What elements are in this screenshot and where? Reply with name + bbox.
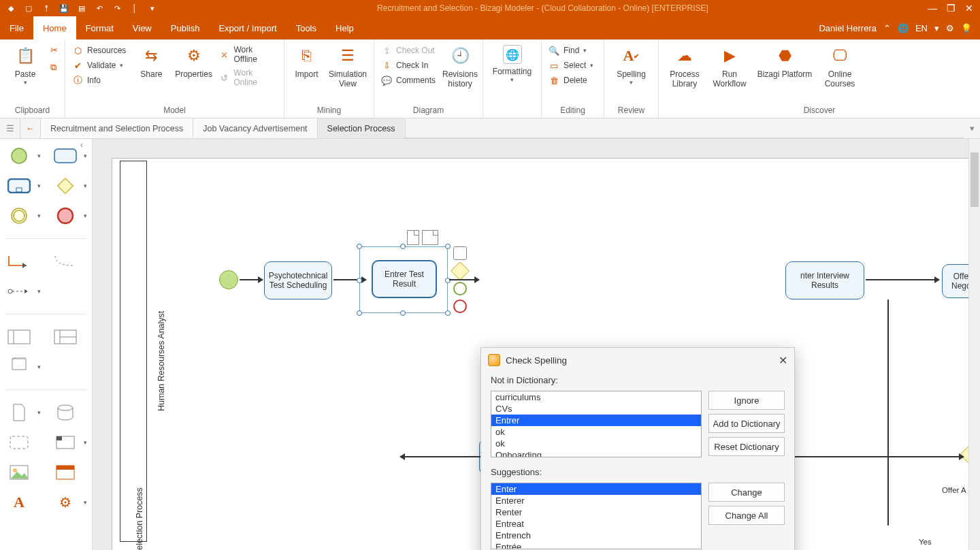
palette-pool[interactable] [5, 327, 33, 347]
selection-handle[interactable] [357, 244, 362, 249]
validate-button[interactable]: ✔Validate▾ [72, 60, 128, 71]
simulation-view-button[interactable]: ☰ Simulation View [329, 42, 367, 89]
palette-milestone[interactable] [5, 357, 33, 377]
vertical-scrollbar[interactable] [968, 139, 980, 550]
select-button[interactable]: ▭Select▾ [549, 60, 593, 71]
reset-dictionary-button[interactable]: Reset Dictionary [708, 437, 785, 456]
tabs-overview-icon[interactable]: ☰ [0, 118, 20, 138]
palette-seq-flow[interactable] [5, 251, 33, 272]
tabs-dropdown-icon[interactable]: ▾ [964, 118, 980, 138]
list-item[interactable]: Onboarding [491, 449, 701, 457]
list-item[interactable]: Entrer [491, 415, 701, 426]
palette-collapse-icon[interactable]: ‹ [80, 140, 91, 151]
copy-icon[interactable]: ⧉ [50, 62, 58, 73]
undo-icon[interactable]: ↶ [94, 3, 105, 14]
ignore-button[interactable]: Ignore [708, 391, 785, 410]
document-icon[interactable] [407, 230, 419, 245]
process-library-button[interactable]: ☁ Process Library [666, 42, 704, 89]
task-entrer-test-result[interactable]: Entrer Test Result [372, 260, 437, 298]
task-interview-results[interactable]: nter Interview Results [785, 261, 864, 300]
subtab-recruitment[interactable]: Recruitment and Selection Process [41, 118, 193, 138]
redo-icon[interactable]: ↷ [112, 3, 122, 14]
list-item[interactable]: ok [491, 426, 701, 438]
quick-gateway-icon[interactable] [451, 261, 470, 280]
palette-annotation[interactable] [52, 432, 79, 453]
palette-data-store[interactable] [52, 402, 79, 423]
list-item[interactable]: Enter [491, 483, 701, 495]
save-icon[interactable]: 💾 [59, 3, 69, 14]
menu-home[interactable]: Home [33, 16, 76, 39]
flow-interview-down[interactable] [887, 300, 889, 525]
palette-data-object[interactable] [5, 402, 33, 423]
palette-task[interactable] [52, 146, 79, 166]
tabs-back-button[interactable]: ← [20, 118, 41, 138]
restore-icon[interactable]: ❐ [947, 3, 956, 14]
comments-button[interactable]: 💬Comments [381, 75, 436, 86]
selection-handle[interactable] [400, 310, 406, 316]
globe-icon[interactable]: 🌐 [898, 23, 909, 33]
close-icon[interactable]: ✕ [965, 3, 973, 14]
palette-message-flow[interactable] [5, 281, 33, 302]
settings-icon[interactable]: ⚙ [946, 23, 954, 33]
selection-handle[interactable] [357, 310, 362, 316]
list-item[interactable]: Entrée [491, 541, 701, 549]
menu-publish[interactable]: Publish [161, 16, 210, 39]
list-item[interactable]: CVs [491, 403, 701, 415]
menu-export-import[interactable]: Export / Import [209, 16, 286, 39]
suggestions-list[interactable]: EnterEntererRenterEntreatEntrenchEntréeE… [491, 483, 702, 549]
menu-format[interactable]: Format [76, 16, 123, 39]
selection-handle[interactable] [400, 244, 406, 249]
work-offline-button[interactable]: ⤫Work Offline [219, 45, 277, 64]
change-all-button[interactable]: Change All [708, 506, 785, 525]
cut-icon[interactable]: ✂ [50, 45, 58, 55]
task-psychotechnical[interactable]: Psychotechnical Test Scheduling [264, 261, 332, 300]
subtab-selection-process[interactable]: Selection Process [318, 118, 406, 138]
task-attachment-icons[interactable] [407, 230, 438, 245]
quick-task-icon[interactable] [453, 246, 467, 260]
open-icon[interactable]: ⭱ [41, 3, 52, 14]
run-workflow-button[interactable]: ▶ Run Workflow [710, 42, 749, 89]
menu-tools[interactable]: Tools [287, 16, 326, 39]
flow-interview-offer[interactable] [866, 279, 939, 280]
menu-view[interactable]: View [123, 16, 161, 39]
add-to-dictionary-button[interactable]: Add to Dictionary [708, 414, 785, 433]
minimize-icon[interactable]: — [928, 3, 937, 14]
delete-button[interactable]: 🗑Delete [549, 75, 593, 86]
selection-handle[interactable] [445, 310, 451, 316]
menu-file[interactable]: File [0, 16, 33, 39]
online-courses-button[interactable]: 🖵 Online Courses [821, 42, 859, 89]
formatting-button[interactable]: 🌐 Formatting ▾ [490, 42, 534, 83]
palette-header-shape[interactable] [52, 462, 79, 483]
palette-assoc-flow[interactable] [52, 251, 79, 272]
start-event[interactable] [219, 270, 238, 289]
lang-dropdown-icon[interactable]: ▾ [934, 23, 939, 33]
user-dropdown-icon[interactable]: ⌃ [883, 23, 891, 33]
palette-group[interactable] [5, 432, 33, 453]
spelling-button[interactable]: A✔ Spelling ▾ [612, 42, 651, 86]
palette-formatting-gear[interactable]: ⚙ [52, 492, 79, 513]
bizagi-platform-button[interactable]: ⬣ Bizagi Platform [755, 42, 814, 79]
check-in-button[interactable]: ⇩Check In [381, 60, 436, 71]
list-item[interactable]: Entrench [491, 530, 701, 541]
list-item[interactable]: Enterer [491, 495, 701, 506]
save-all-icon[interactable]: ▤ [76, 3, 87, 14]
selection-handle[interactable] [357, 278, 362, 283]
palette-gateway[interactable] [52, 176, 79, 196]
find-button[interactable]: 🔍Find▾ [549, 45, 593, 56]
selection-handle[interactable] [445, 244, 451, 249]
subtab-job-vacancy[interactable]: Job Vacancy Advertisement [193, 118, 317, 138]
hint-icon[interactable]: 💡 [961, 23, 972, 33]
lang-label[interactable]: EN [915, 23, 928, 33]
palette-end-event[interactable] [52, 206, 79, 226]
qat-dropdown-icon[interactable]: ▾ [147, 3, 158, 14]
quick-intermediate-event-icon[interactable] [453, 282, 467, 295]
properties-button[interactable]: ⚙ Properties [175, 42, 212, 79]
list-item[interactable]: curriculums [491, 391, 701, 403]
list-item[interactable]: ok [491, 438, 701, 449]
palette-image[interactable] [5, 462, 33, 483]
resources-button[interactable]: ⬡Resources [72, 45, 128, 56]
new-icon[interactable]: ▢ [23, 3, 34, 14]
flow-start-psych[interactable] [240, 279, 263, 280]
scrollbar-thumb[interactable] [970, 152, 979, 207]
form-icon[interactable] [422, 230, 438, 245]
